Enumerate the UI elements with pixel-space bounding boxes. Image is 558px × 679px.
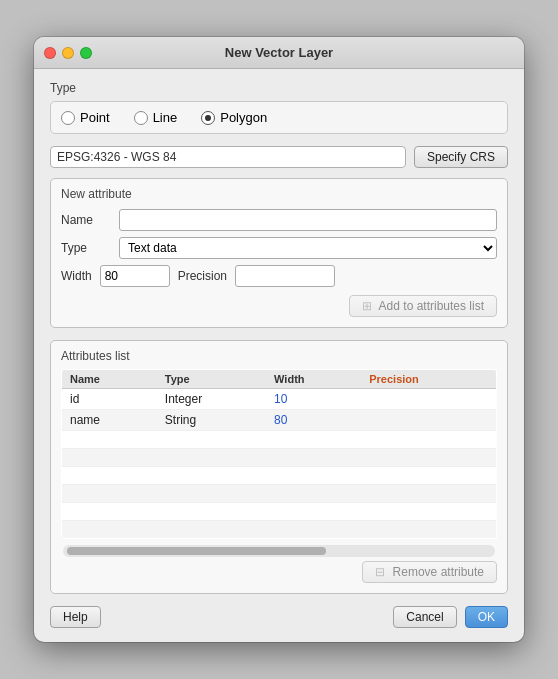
footer-right-buttons: Cancel OK	[393, 606, 508, 628]
col-name: Name	[62, 370, 157, 389]
specify-crs-button[interactable]: Specify CRS	[414, 146, 508, 168]
table-row-empty	[62, 449, 497, 467]
row-precision	[361, 410, 496, 431]
radio-point-label: Point	[80, 110, 110, 125]
type-select[interactable]: Text data Whole number Decimal number Da…	[119, 237, 497, 259]
radio-polygon[interactable]: Polygon	[201, 110, 267, 125]
radio-polygon-label: Polygon	[220, 110, 267, 125]
cancel-button[interactable]: Cancel	[393, 606, 456, 628]
maximize-button[interactable]	[80, 47, 92, 59]
table-row-empty	[62, 467, 497, 485]
radio-line-label: Line	[153, 110, 178, 125]
row-width: 80	[266, 410, 361, 431]
row-name: name	[62, 410, 157, 431]
radio-point[interactable]: Point	[61, 110, 110, 125]
precision-label: Precision	[178, 269, 227, 283]
width-label: Width	[61, 269, 92, 283]
attributes-section: Attributes list Name Type Width Precisio…	[50, 340, 508, 594]
row-width: 10	[266, 389, 361, 410]
col-width: Width	[266, 370, 361, 389]
table-row-empty	[62, 431, 497, 449]
name-input[interactable]	[119, 209, 497, 231]
window-body: Type Point Line Polygon EPSG:4326 - WGS …	[34, 69, 524, 642]
new-attribute-title: New attribute	[61, 187, 497, 201]
minimize-button[interactable]	[62, 47, 74, 59]
remove-icon: ⊟	[375, 565, 385, 579]
precision-input[interactable]	[235, 265, 335, 287]
main-window: New Vector Layer Type Point Line Polygon…	[34, 37, 524, 642]
add-icon: ⊞	[362, 299, 372, 313]
table-row[interactable]: id Integer 10	[62, 389, 497, 410]
row-type: String	[157, 410, 266, 431]
remove-attribute-button[interactable]: ⊟ Remove attribute	[362, 561, 497, 583]
add-to-attributes-button[interactable]: ⊞ Add to attributes list	[349, 295, 497, 317]
table-row-empty	[62, 521, 497, 539]
attributes-list-title: Attributes list	[61, 349, 497, 363]
type-row-attr: Type Text data Whole number Decimal numb…	[61, 237, 497, 259]
row-precision	[361, 389, 496, 410]
width-input[interactable]	[100, 265, 170, 287]
crs-field: EPSG:4326 - WGS 84	[50, 146, 406, 168]
crs-value: EPSG:4326 - WGS 84	[57, 150, 176, 164]
type-label: Type	[61, 241, 111, 255]
attributes-table: Name Type Width Precision id Integer 10 …	[61, 369, 497, 539]
remove-button-label: Remove attribute	[393, 565, 484, 579]
name-row: Name	[61, 209, 497, 231]
width-precision-row: Width Precision	[61, 265, 497, 287]
new-attribute-box: New attribute Name Type Text data Whole …	[50, 178, 508, 328]
add-button-label: Add to attributes list	[379, 299, 484, 313]
window-title: New Vector Layer	[225, 45, 333, 60]
ok-button[interactable]: OK	[465, 606, 508, 628]
footer-row: Help Cancel OK	[50, 606, 508, 628]
traffic-lights	[44, 47, 92, 59]
scrollbar-thumb	[67, 547, 326, 555]
row-name: id	[62, 389, 157, 410]
row-type: Integer	[157, 389, 266, 410]
remove-btn-row: ⊟ Remove attribute	[61, 561, 497, 583]
titlebar: New Vector Layer	[34, 37, 524, 69]
col-type: Type	[157, 370, 266, 389]
close-button[interactable]	[44, 47, 56, 59]
type-section-label: Type	[50, 81, 508, 95]
radio-line[interactable]: Line	[134, 110, 178, 125]
name-label: Name	[61, 213, 111, 227]
radio-polygon-btn[interactable]	[201, 111, 215, 125]
table-header-row: Name Type Width Precision	[62, 370, 497, 389]
table-row[interactable]: name String 80	[62, 410, 497, 431]
table-scrollbar[interactable]	[63, 545, 495, 557]
col-precision: Precision	[361, 370, 496, 389]
radio-point-btn[interactable]	[61, 111, 75, 125]
help-button[interactable]: Help	[50, 606, 101, 628]
radio-line-btn[interactable]	[134, 111, 148, 125]
table-row-empty	[62, 503, 497, 521]
type-row: Point Line Polygon	[50, 101, 508, 134]
add-btn-row: ⊞ Add to attributes list	[61, 295, 497, 317]
crs-row: EPSG:4326 - WGS 84 Specify CRS	[50, 146, 508, 168]
table-row-empty	[62, 485, 497, 503]
